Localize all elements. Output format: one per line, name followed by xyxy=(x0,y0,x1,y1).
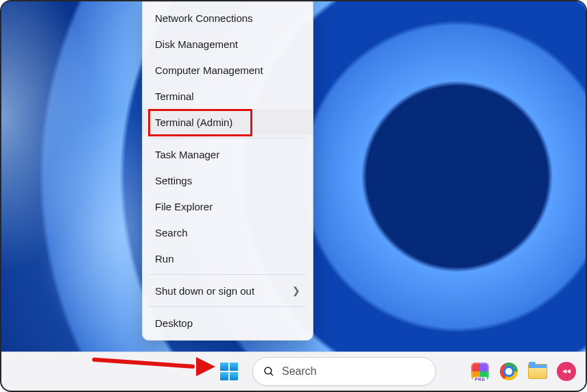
menu-item-label: Network Connections xyxy=(155,12,253,24)
menu-item-search[interactable]: Search xyxy=(143,219,313,245)
taskbar-chrome[interactable] xyxy=(498,360,520,382)
taskbar-search[interactable]: Search xyxy=(252,357,436,386)
ms365-badge: PRE xyxy=(473,377,486,382)
menu-separator xyxy=(149,274,306,275)
taskbar: Search PRE xyxy=(1,352,586,391)
menu-item-network-connections[interactable]: Network Connections xyxy=(143,5,313,31)
menu-item-shutdown[interactable]: Shut down or sign out ❯ xyxy=(143,278,313,304)
menu-item-label: Disk Management xyxy=(155,38,238,50)
menu-item-label: File Explorer xyxy=(155,201,213,212)
menu-item-label: Settings xyxy=(155,175,192,186)
app-launcher-icon xyxy=(557,362,576,381)
menu-item-label: Shut down or sign out xyxy=(155,285,254,297)
search-placeholder: Search xyxy=(282,365,317,378)
svg-line-1 xyxy=(270,373,273,376)
menu-item-label: Computer Management xyxy=(155,64,263,76)
chrome-icon xyxy=(500,363,518,380)
menu-item-computer-management[interactable]: Computer Management xyxy=(143,57,313,83)
menu-item-terminal-admin[interactable]: Terminal (Admin) xyxy=(143,109,313,135)
menu-item-label: Desktop xyxy=(155,317,193,329)
menu-item-label: Terminal (Admin) xyxy=(155,117,232,128)
menu-item-label: Terminal xyxy=(155,90,194,102)
menu-item-run[interactable]: Run xyxy=(143,245,313,271)
menu-separator xyxy=(149,306,306,307)
menu-item-label: Task Manager xyxy=(155,149,219,160)
menu-item-label: Search xyxy=(155,227,188,238)
menu-separator xyxy=(149,138,306,138)
menu-item-desktop[interactable]: Desktop xyxy=(143,310,313,336)
menu-item-task-manager[interactable]: Task Manager xyxy=(143,141,313,167)
menu-item-label: Run xyxy=(155,253,174,265)
menu-item-terminal[interactable]: Terminal xyxy=(143,83,313,109)
menu-item-settings[interactable]: Settings xyxy=(143,167,313,193)
chevron-right-icon: ❯ xyxy=(292,285,300,296)
start-button[interactable] xyxy=(215,358,243,385)
taskbar-app[interactable] xyxy=(555,360,577,382)
svg-point-0 xyxy=(265,367,272,374)
winx-context-menu: Network Connections Disk Management Comp… xyxy=(142,1,313,341)
windows-logo-icon xyxy=(220,363,238,380)
file-explorer-icon xyxy=(528,364,547,379)
desktop-screen: Network Connections Disk Management Comp… xyxy=(0,0,587,392)
search-icon xyxy=(263,365,275,378)
taskbar-ms365[interactable]: PRE xyxy=(469,360,491,382)
menu-item-disk-management[interactable]: Disk Management xyxy=(143,31,313,57)
menu-item-file-explorer[interactable]: File Explorer xyxy=(143,193,313,219)
taskbar-file-explorer[interactable] xyxy=(527,360,549,382)
